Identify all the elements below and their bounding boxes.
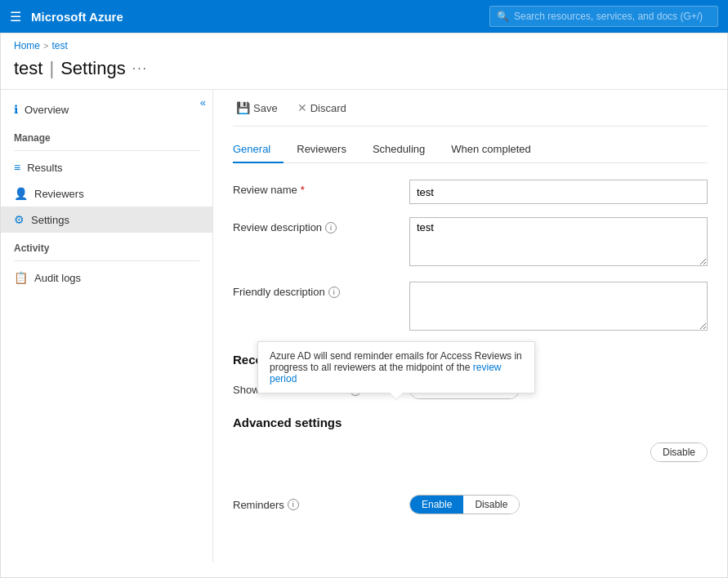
sidebar-item-reviewers[interactable]: 👤 Reviewers bbox=[1, 180, 212, 207]
reminders-label: Reminders i bbox=[233, 499, 396, 511]
friendly-description-label: Friendly description i bbox=[233, 282, 396, 298]
search-icon: 🔍 bbox=[497, 11, 509, 22]
reminders-row: Reminders i Enable Disable bbox=[233, 495, 708, 514]
page-subtitle: Settings bbox=[60, 58, 126, 79]
breadcrumb-sep1: > bbox=[43, 41, 48, 51]
friendly-description-control bbox=[409, 282, 708, 333]
review-description-input[interactable] bbox=[409, 217, 708, 266]
tab-general[interactable]: General bbox=[233, 136, 284, 163]
reminders-info-icon[interactable]: i bbox=[288, 499, 299, 510]
reminders-disable-btn[interactable]: Disable bbox=[463, 496, 519, 514]
top-bar: ☰ Microsoft Azure 🔍 bbox=[0, 0, 728, 33]
breadcrumb: Home > test bbox=[1, 33, 727, 55]
breadcrumb-current[interactable]: test bbox=[51, 40, 67, 51]
page-title: test bbox=[14, 58, 42, 79]
gear-icon: ⚙ bbox=[14, 213, 25, 226]
sidebar-activity-section: Activity bbox=[1, 233, 212, 257]
save-label: Save bbox=[253, 102, 278, 114]
discard-button[interactable]: ✕ Discard bbox=[294, 100, 350, 116]
app-title: Microsoft Azure bbox=[31, 10, 123, 24]
tab-when-completed[interactable]: When completed bbox=[438, 136, 544, 163]
sidebar-item-label-overview: Overview bbox=[25, 104, 69, 116]
sidebar-collapse-icon[interactable]: « bbox=[200, 96, 206, 109]
doc-icon: 📋 bbox=[14, 271, 28, 284]
tooltip-disable-area: Disable bbox=[650, 442, 708, 462]
sidebar: « ℹ Overview Manage ≡ Results 👤 Reviewer… bbox=[1, 90, 213, 562]
sidebar-item-audit-logs[interactable]: 📋 Audit logs bbox=[1, 265, 212, 291]
review-name-control bbox=[409, 180, 708, 204]
discard-label: Discard bbox=[310, 102, 346, 114]
form-row-friendly-description: Friendly description i bbox=[233, 282, 708, 333]
tab-scheduling[interactable]: Scheduling bbox=[360, 136, 438, 163]
toolbar: 💾 Save ✕ Discard bbox=[233, 100, 708, 127]
tab-reviewers[interactable]: Reviewers bbox=[284, 136, 360, 163]
sidebar-item-settings[interactable]: ⚙ Settings bbox=[1, 207, 212, 233]
sidebar-item-overview[interactable]: ℹ Overview bbox=[1, 96, 212, 122]
sidebar-item-label-audit: Audit logs bbox=[34, 272, 81, 284]
form-row-review-description: Review description i bbox=[233, 217, 708, 269]
form-row-review-name: Review name * bbox=[233, 180, 708, 204]
tooltip-disable-btn[interactable]: Disable bbox=[651, 443, 707, 461]
discard-icon: ✕ bbox=[297, 101, 307, 114]
review-description-label: Review description i bbox=[233, 217, 396, 233]
hamburger-icon[interactable]: ☰ bbox=[10, 9, 21, 24]
required-indicator: * bbox=[301, 184, 305, 196]
search-bar[interactable]: 🔍 bbox=[489, 6, 718, 27]
review-description-control bbox=[409, 217, 708, 269]
sidebar-manage-section: Manage bbox=[1, 122, 212, 147]
title-sep: | bbox=[49, 58, 54, 79]
reminders-enable-btn[interactable]: Enable bbox=[410, 496, 463, 514]
tabs: General Reviewers Scheduling When comple… bbox=[233, 136, 708, 163]
friendly-description-info-icon[interactable]: i bbox=[328, 287, 340, 298]
info-icon: ℹ bbox=[14, 103, 18, 116]
advanced-settings-heading: Advanced settings bbox=[233, 416, 708, 429]
tooltip-callout: Azure AD will send reminder emails for A… bbox=[257, 341, 535, 393]
reminders-toggle-group: Enable Disable bbox=[409, 495, 520, 514]
review-name-input[interactable] bbox=[409, 180, 708, 204]
page-title-row: test | Settings ··· bbox=[1, 55, 727, 89]
tooltip-disable-toggle: Disable bbox=[650, 442, 708, 462]
review-description-info-icon[interactable]: i bbox=[325, 222, 337, 233]
person-icon: 👤 bbox=[14, 187, 28, 200]
sidebar-divider-2 bbox=[14, 260, 199, 261]
sidebar-item-label-results: Results bbox=[27, 162, 62, 174]
list-icon: ≡ bbox=[14, 161, 20, 174]
sidebar-divider-1 bbox=[14, 150, 199, 151]
search-input[interactable] bbox=[514, 11, 711, 22]
save-icon: 💾 bbox=[236, 101, 250, 114]
form-section: Review name * Review description i bbox=[233, 180, 708, 333]
main-panel: 💾 Save ✕ Discard General Reviewers Sched… bbox=[213, 90, 727, 562]
sidebar-item-label-settings: Settings bbox=[31, 214, 69, 226]
review-name-label: Review name * bbox=[233, 180, 396, 196]
content-area: « ℹ Overview Manage ≡ Results 👤 Reviewer… bbox=[1, 89, 727, 562]
sidebar-item-results[interactable]: ≡ Results bbox=[1, 154, 212, 180]
save-button[interactable]: 💾 Save bbox=[233, 100, 281, 116]
breadcrumb-home[interactable]: Home bbox=[14, 40, 40, 51]
page-wrapper: Home > test test | Settings ··· « ℹ Over… bbox=[0, 33, 728, 578]
friendly-description-input[interactable] bbox=[409, 282, 708, 331]
sidebar-item-label-reviewers: Reviewers bbox=[34, 188, 84, 200]
more-options-icon[interactable]: ··· bbox=[132, 61, 148, 76]
